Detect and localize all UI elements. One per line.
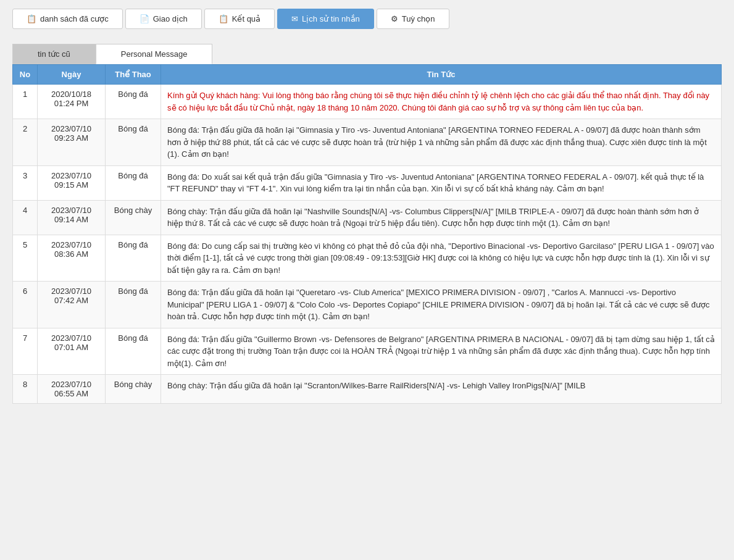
tab-transaction[interactable]: 📄 Giao dịch [125,9,202,29]
cell-sport: Bóng đá [106,282,161,328]
cell-no: 6 [13,282,38,328]
tab-bet-history[interactable]: 📋 danh sách đã cược [12,9,123,29]
cell-sport: Bóng đá [106,165,161,200]
cell-news: Bóng chày: Trận đấu giữa đã hoãn lại "Sc… [161,375,722,404]
cell-sport: Bóng đá [106,119,161,166]
cell-news: Bóng đá: Do cung cấp sai thị trường kèo … [161,235,722,282]
cell-no: 5 [13,235,38,282]
results-icon: 📋 [219,14,228,23]
cell-no: 2 [13,119,38,166]
top-navigation: 📋 danh sách đã cược 📄 Giao dịch 📋 Kết qu… [0,0,734,38]
table-row: 42023/07/10 09:14 AMBóng chàyBóng chày: … [13,200,722,235]
col-header-news: Tin Tức [161,65,722,85]
tab-message-history[interactable]: ✉ Lịch sử tin nhắn [277,9,374,29]
table-row: 62023/07/10 07:42 AMBóng đáBóng đá: Trận… [13,282,722,328]
table-row: 82023/07/10 06:55 AMBóng chàyBóng chày: … [13,375,722,404]
cell-no: 1 [13,85,38,119]
cell-news: Bóng đá: Do xuất sai kết quả trận đấu gi… [161,165,722,200]
cell-news: Bóng đá: Trận đấu giữa "Guillermo Brown … [161,328,722,375]
cell-date: 2023/07/10 07:01 AM [38,328,106,375]
cell-no: 8 [13,375,38,404]
cell-date: 2023/07/10 08:36 AM [38,235,106,282]
cell-news: Bóng đá: Trận đấu giữa đã hoãn lại "Quer… [161,282,722,328]
cell-news: Bóng chày: Trận đấu giữa đã hoãn lại "Na… [161,200,722,235]
cell-date: 2023/07/10 07:42 AM [38,282,106,328]
cell-sport: Bóng chày [106,375,161,404]
cell-no: 3 [13,165,38,200]
table-row: 32023/07/10 09:15 AMBóng đáBóng đá: Do x… [13,165,722,200]
cell-sport: Bóng đá [106,328,161,375]
cell-date: 2023/07/10 09:14 AM [38,200,106,235]
tab-results[interactable]: 📋 Kết quả [204,9,275,29]
col-header-no: No [13,65,38,85]
news-table: No Ngày Thể Thao Tin Tức 12020/10/18 01:… [12,64,722,404]
bet-history-icon: 📋 [27,14,36,23]
sub-tab-tin-tuc-cu[interactable]: tin tức cũ [12,44,96,64]
table-row: 22023/07/10 09:23 AMBóng đáBóng đá: Trận… [13,119,722,166]
cell-news: Kính gửi Quý khách hàng: Vui lòng thông … [161,85,722,119]
message-icon: ✉ [291,14,298,23]
cell-no: 7 [13,328,38,375]
cell-sport: Bóng đá [106,85,161,119]
transaction-icon: 📄 [140,14,149,23]
sub-tab-personal-message[interactable]: Personal Message [96,44,213,64]
content-area: tin tức cũ Personal Message No Ngày Thể … [0,38,734,410]
cell-sport: Bóng chày [106,200,161,235]
tab-options[interactable]: ⚙ Tuỳ chọn [377,9,449,29]
col-header-sport: Thể Thao [106,65,161,85]
col-header-date: Ngày [38,65,106,85]
table-row: 12020/10/18 01:24 PMBóng đáKính gửi Quý … [13,85,722,119]
cell-date: 2020/10/18 01:24 PM [38,85,106,119]
cell-no: 4 [13,200,38,235]
table-row: 72023/07/10 07:01 AMBóng đáBóng đá: Trận… [13,328,722,375]
cell-sport: Bóng đá [106,235,161,282]
cell-date: 2023/07/10 09:15 AM [38,165,106,200]
cell-news: Bóng đá: Trận đấu giữa đã hoãn lại "Gimn… [161,119,722,166]
table-header-row: No Ngày Thể Thao Tin Tức [13,65,722,85]
cell-date: 2023/07/10 09:23 AM [38,119,106,166]
gear-icon: ⚙ [391,14,398,23]
sub-tabs: tin tức cũ Personal Message [12,44,722,64]
table-row: 52023/07/10 08:36 AMBóng đáBóng đá: Do c… [13,235,722,282]
cell-date: 2023/07/10 06:55 AM [38,375,106,404]
